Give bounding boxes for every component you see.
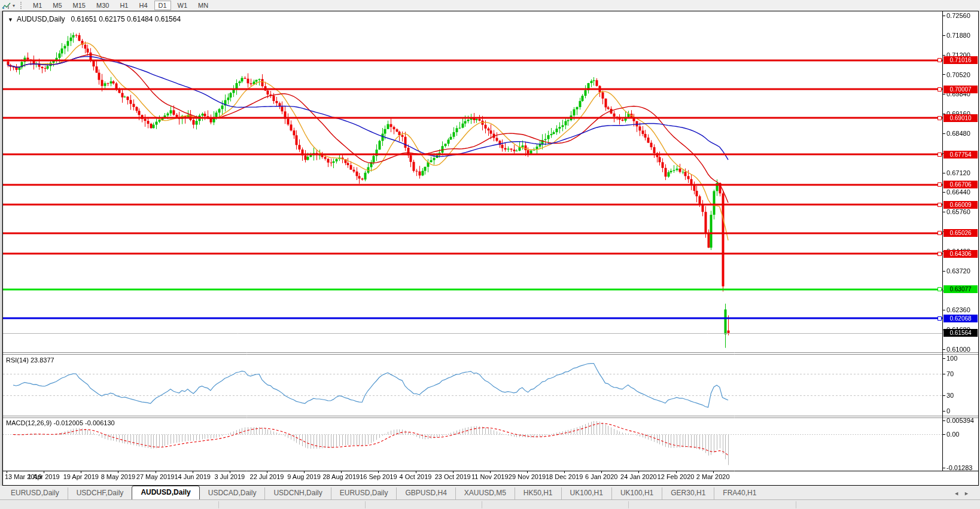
date-axis-label: 8 May 2019	[101, 473, 135, 480]
date-axis-label: 11 Nov 2019	[471, 473, 509, 480]
price-axis-label: 0.71880	[946, 32, 970, 39]
macd-label: MACD(12,26,9) -0.012005 -0.006130	[6, 419, 115, 426]
date-axis-label: 4 Oct 2019	[400, 473, 432, 480]
price-axis-label: 0.62360	[946, 306, 970, 313]
price-axis-label: 0.70520	[946, 71, 970, 78]
rsi-axis-label: 30	[946, 392, 954, 399]
date-axis-label: 27 May 2019	[136, 473, 175, 480]
date-axis-label: 14 Jun 2019	[174, 473, 211, 480]
price-axis-label: 0.67120	[946, 169, 970, 176]
chart-symbol-label: AUDUSD,Daily	[17, 15, 65, 23]
price-line-flag: 0.62068	[944, 315, 978, 322]
price-line-flag: 0.67754	[944, 151, 978, 159]
chart-tools-group: ▾	[0, 2, 17, 10]
collapse-arrow-icon[interactable]: ▼	[8, 17, 13, 23]
tab-uk100-h1-1[interactable]: UK100,H1	[561, 487, 611, 499]
date-axis-label: 22 Jul 2019	[250, 473, 284, 480]
date-axis-label: 9 Aug 2019	[287, 473, 321, 480]
price-line-flag: 0.66009	[944, 201, 978, 209]
price-axis-label: 0.66440	[946, 188, 970, 196]
date-axis-label: 23 Oct 2019	[435, 473, 471, 480]
hline-handle[interactable]	[938, 231, 942, 235]
crosshair-icon[interactable]	[2, 2, 11, 10]
date-axis-label: 29 Nov 2019	[509, 473, 546, 480]
tab-usdchf-daily[interactable]: USDCHF,Daily	[68, 487, 132, 499]
tabs-scroll-right-icon[interactable]: ►	[964, 490, 974, 496]
hline-handle[interactable]	[938, 252, 942, 256]
price-line-flag: 0.64306	[944, 250, 978, 258]
macd-axis-label: 0.00	[946, 431, 959, 438]
date-axis-label: 1 Apr 2019	[28, 473, 59, 480]
toolbar-grip[interactable]	[20, 2, 25, 9]
hline-handle[interactable]	[938, 203, 942, 207]
tab-gbpusd-h4[interactable]: GBPUSD,H4	[396, 487, 455, 499]
tab-fra40-h1[interactable]: FRA40,H1	[714, 487, 765, 499]
date-axis-label: 2 Mar 2020	[696, 473, 730, 480]
price-line-flag: 0.69010	[944, 114, 978, 122]
date-axis-label: 18 Dec 2019	[546, 473, 583, 480]
price-axis-label: 0.65760	[946, 208, 970, 215]
chart-tab-bar: EURUSD,Daily USDCHF,Daily AUDUSD,Daily U…	[0, 486, 980, 499]
timeframe-h4-button[interactable]: H4	[135, 1, 151, 10]
timeframe-m5-button[interactable]: M5	[48, 1, 66, 10]
date-axis-label: 6 Jan 2020	[585, 473, 617, 480]
rsi-label: RSI(14) 23.8377	[6, 356, 54, 364]
timeframe-d1-button[interactable]: D1	[154, 1, 171, 10]
date-axis-label: 19 Apr 2019	[63, 473, 99, 480]
date-axis-label: 12 Feb 2020	[658, 473, 695, 480]
date-axis-label: 28 Aug 2019	[322, 473, 360, 480]
hline-handle[interactable]	[938, 153, 942, 157]
rsi-axis-label: 100	[946, 355, 957, 362]
tab-audusd-daily[interactable]: AUDUSD,Daily	[132, 486, 199, 499]
date-axis-label: 16 Sep 2019	[360, 473, 397, 480]
price-line-flag: 0.65026	[944, 229, 978, 237]
timeframe-mn-button[interactable]: MN	[194, 1, 212, 10]
date-axis-label: 3 Jul 2019	[214, 473, 245, 480]
hline-handle[interactable]	[938, 116, 942, 120]
date-axis-label: 24 Jan 2020	[620, 473, 657, 480]
timeframe-m15-button[interactable]: M15	[69, 1, 90, 10]
timeframe-h1-button[interactable]: H1	[115, 1, 132, 10]
price-axis-label: 0.63720	[946, 267, 970, 275]
chart-title: ▼AUDUSD,Daily0.61651 0.62175 0.61484 0.6…	[8, 15, 181, 23]
hline-handle[interactable]	[938, 316, 942, 321]
tab-eurusd-daily-2[interactable]: EURUSD,Daily	[331, 487, 397, 499]
price-line-flag: 0.63077	[944, 285, 978, 293]
status-bar	[0, 499, 980, 509]
tabs-scroll-left-icon[interactable]: ◄	[954, 490, 964, 496]
tab-eurusd-daily-1[interactable]: EURUSD,Daily	[2, 487, 68, 499]
hline-handle[interactable]	[938, 58, 942, 62]
timeframe-m30-button[interactable]: M30	[92, 1, 113, 10]
tab-hk50-h1[interactable]: HK50,H1	[515, 487, 561, 499]
tab-uk100-h1-2[interactable]: UK100,H1	[611, 487, 662, 499]
toolbar: ▾ M1 M5 M15 M30 H1 H4 D1 W1 MN	[0, 0, 980, 11]
price-axis-label: 0.72560	[946, 12, 970, 19]
hline-handle[interactable]	[938, 182, 942, 187]
price-axis-label: 0.68480	[946, 130, 970, 137]
tab-xauusd-m5[interactable]: XAUUSD,M5	[455, 487, 515, 499]
hline-handle[interactable]	[938, 87, 942, 92]
current-price-flag: 0.61564	[944, 329, 978, 337]
macd-axis-label: 0.005394	[946, 417, 974, 424]
price-line-flag: 0.71016	[944, 56, 978, 64]
tab-usdcad-daily[interactable]: USDCAD,Daily	[200, 487, 265, 499]
price-line-flag: 0.70007	[944, 86, 978, 93]
timeframe-w1-button[interactable]: W1	[174, 1, 192, 10]
rsi-axis-label: 70	[946, 370, 954, 377]
chart-window: ▼AUDUSD,Daily0.61651 0.62175 0.61484 0.6…	[2, 11, 979, 486]
timeframe-m1-button[interactable]: M1	[29, 1, 46, 10]
tab-usdcnh-daily[interactable]: USDCNH,Daily	[264, 487, 330, 499]
dropdown-caret-icon[interactable]: ▾	[13, 3, 15, 8]
hline-handle[interactable]	[938, 287, 942, 291]
macd-axis-label: -0.01283	[946, 464, 972, 471]
tab-ger30-h1[interactable]: GER30,H1	[662, 487, 714, 499]
chart-ohlc-values: 0.61651 0.62175 0.61484 0.61564	[71, 15, 181, 23]
chart-canvas[interactable]	[3, 11, 978, 484]
price-axis-label: 0.61000	[946, 346, 970, 353]
price-line-flag: 0.66706	[944, 181, 978, 188]
rsi-axis-label: 0	[946, 407, 950, 414]
